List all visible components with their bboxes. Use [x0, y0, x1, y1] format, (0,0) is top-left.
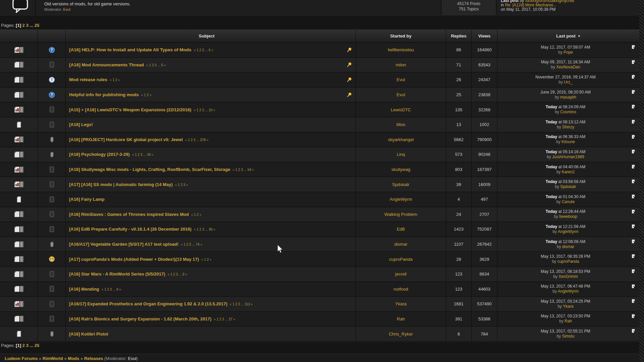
mini-page-links[interactable]: 1 2 3 ... 74 [183, 243, 199, 246]
topic-link[interactable]: [A16] Rah's Bionics and Surgery Expansio… [69, 316, 211, 321]
lastpost-author-link[interactable]: Pope [564, 50, 573, 55]
mini-page-links[interactable]: 1 2 3 ... 54 [235, 168, 251, 172]
jump-to-last-post-icon[interactable] [632, 194, 636, 199]
breadcrumb-link[interactable]: Mods [68, 356, 79, 361]
topic-link[interactable]: Helpful info for publishing mods [69, 92, 139, 97]
mini-page-links[interactable]: 1 2 3 ... 9 [104, 288, 118, 291]
jump-to-last-post-icon[interactable] [632, 314, 636, 319]
topic-starter-link[interactable]: skullywag [391, 167, 410, 172]
topic-starter-link[interactable]: AngleWyrm [389, 197, 412, 202]
lastpost-author-link[interactable]: Shinzy [562, 125, 574, 129]
lastpost-author-link[interactable]: beeeboop [559, 214, 577, 219]
jump-to-last-post-icon[interactable] [632, 90, 636, 95]
topic-link[interactable]: [A16] Psychology (2017-3-29) [69, 152, 130, 157]
page-link-last[interactable]: 25 [35, 343, 39, 348]
jump-to-last-post-icon[interactable] [632, 45, 636, 50]
breadcrumb-link[interactable]: Ludeon Forums [5, 356, 38, 361]
lastpost-author-link[interactable]: XeoNovaDan [556, 65, 580, 69]
topic-starter-link[interactable]: milon [395, 62, 406, 67]
lastpost-author-link[interactable]: Urz_ [564, 80, 572, 84]
mini-page-links[interactable]: 1 2 3 ... 6 [197, 48, 211, 52]
topic-link[interactable]: [A16] HELP: How to Install and Update Al… [69, 47, 192, 52]
mini-page-links[interactable]: 1 2 3 ... 5 [149, 63, 163, 67]
header-views[interactable]: Views [472, 30, 497, 43]
topic-link[interactable]: [A16] Kolibri Pistol [69, 331, 108, 337]
moderator-link[interactable]: Evul [63, 7, 70, 11]
breadcrumb-link[interactable]: Releases [84, 356, 103, 361]
page-link[interactable]: 3 [26, 343, 30, 348]
mini-page-links[interactable]: 1 2 3 ... 9 [170, 273, 184, 276]
mini-page-links[interactable]: 1 2 [194, 213, 199, 217]
page-link[interactable]: 2 [22, 343, 26, 348]
jump-to-last-post-icon[interactable] [632, 75, 636, 79]
jump-to-last-post-icon[interactable] [632, 329, 636, 334]
topic-starter-link[interactable]: Spdskatr [392, 182, 409, 187]
board-title[interactable]: Outdated [44, 0, 65, 1]
jump-to-last-post-icon[interactable] [632, 209, 636, 214]
breadcrumb-link[interactable]: RimWorld [43, 356, 63, 361]
header-subject[interactable]: Subject [66, 30, 356, 43]
topic-link[interactable]: [A16] Mending [69, 287, 99, 292]
jump-to-last-post-icon[interactable] [632, 105, 636, 109]
jump-to-last-post-icon[interactable] [632, 254, 636, 259]
topic-link[interactable]: [A16] [PROJECT] Hardcore SK global proje… [69, 137, 183, 142]
lastpost-author-link[interactable]: AngleWyrm [558, 289, 579, 294]
jump-to-last-post-icon[interactable] [632, 269, 636, 274]
mini-page-links[interactable]: 1 2 3 ... 113 [232, 302, 250, 306]
lastpost-author-link[interactable]: Rah [565, 319, 572, 323]
topic-starter-link[interactable]: jecrell [395, 272, 407, 277]
topic-starter-link[interactable]: cuproPanda [389, 257, 413, 262]
jump-to-last-post-icon[interactable] [632, 224, 636, 229]
mini-page-links[interactable]: 1 2 3 ... 378 [188, 138, 206, 142]
lastpost-author-link[interactable]: cuproPanda [557, 259, 579, 264]
lastpost-author-link[interactable]: masaykh [560, 95, 576, 100]
topic-link[interactable]: [A16] Legs! [69, 122, 93, 127]
header-started-by[interactable]: Started by [356, 30, 446, 43]
topic-starter-link[interactable]: Walking Problem [384, 212, 417, 217]
lastpost-author-link[interactable]: Canute [562, 199, 575, 204]
topic-starter-link[interactable]: Evul [396, 92, 405, 97]
header-replies[interactable]: Replies [446, 30, 472, 43]
mini-page-links[interactable]: 1 2 3 ... 27 [217, 317, 232, 321]
topic-starter-link[interactable]: Chris_Ryker [389, 331, 413, 337]
jump-to-last-post-icon[interactable] [632, 120, 636, 124]
topic-starter-link[interactable]: Evul [396, 77, 405, 82]
topic-link[interactable]: [A16] Skullywags Misc mods - Lights, Cra… [69, 167, 230, 172]
topic-starter-link[interactable]: notfood [393, 287, 408, 292]
mini-page-links[interactable]: 1 2 3 [178, 183, 185, 187]
topic-link[interactable]: [A16] Fairy Lamp [69, 197, 104, 202]
lastpost-author-link[interactable]: AngleWyrm [558, 229, 579, 234]
topic-link[interactable]: [A16/A17] Vegetable Garden [5/3/17] A17 … [69, 242, 178, 247]
mini-page-links[interactable]: 1 2 3 ... 95 [197, 228, 212, 231]
lastpost-author-link[interactable]: JustAHuman1989 [552, 155, 584, 159]
jump-to-last-post-icon[interactable] [632, 284, 636, 289]
topic-link[interactable]: [A16] Mod Announcements Thread [69, 62, 144, 67]
jump-to-last-post-icon[interactable] [632, 135, 636, 139]
topic-starter-link[interactable]: LewisDTC [391, 107, 411, 112]
topic-starter-link[interactable]: dismar [394, 242, 407, 247]
lastpost-author-link[interactable]: Kitsune [561, 139, 575, 144]
jump-to-last-post-icon[interactable] [632, 299, 636, 304]
topic-link[interactable]: [A17] cuproPanda's Mods (Added Power + D… [69, 257, 199, 262]
lastpost-author-link[interactable]: Simstu [562, 334, 575, 339]
lastpost-author-link[interactable]: dismar [562, 244, 574, 249]
jump-to-last-post-icon[interactable] [632, 149, 636, 154]
topic-starter-link[interactable]: tiltos [396, 122, 406, 127]
topic-link[interactable]: [A16] EdB Prepare Carefully - v0.16.1.4 … [69, 227, 192, 232]
lastpost-author-link[interactable]: Spdskatr [560, 184, 576, 189]
mini-page-links[interactable]: 1 2 3 ... 39 [135, 153, 151, 157]
mini-page-links[interactable]: 1 2 [144, 93, 149, 97]
page-link[interactable]: 2 [22, 23, 26, 28]
topic-starter-link[interactable]: Iwillbenicetou [388, 47, 414, 52]
topic-starter-link[interactable]: EdB [397, 227, 405, 232]
topic-link[interactable]: [A16] RimSlaves : Games of Thrones inspi… [69, 212, 189, 217]
mini-page-links[interactable]: 1 2 [112, 78, 117, 82]
topic-link[interactable]: [A16/17] Expanded Prosthetics and Organ … [69, 301, 227, 306]
jump-to-last-post-icon[interactable] [632, 165, 636, 169]
topic-starter-link[interactable]: Ykara [395, 301, 407, 306]
mini-page-links[interactable]: 1 2 [204, 258, 209, 261]
topic-link[interactable]: [A15] + [A16] LewisDTC's Weapon Expansio… [69, 107, 191, 112]
lastpost-author-link[interactable]: XenGrimm [558, 274, 578, 279]
topic-starter-link[interactable]: skyarkhangel [388, 137, 414, 142]
page-link-last[interactable]: 25 [35, 23, 39, 28]
